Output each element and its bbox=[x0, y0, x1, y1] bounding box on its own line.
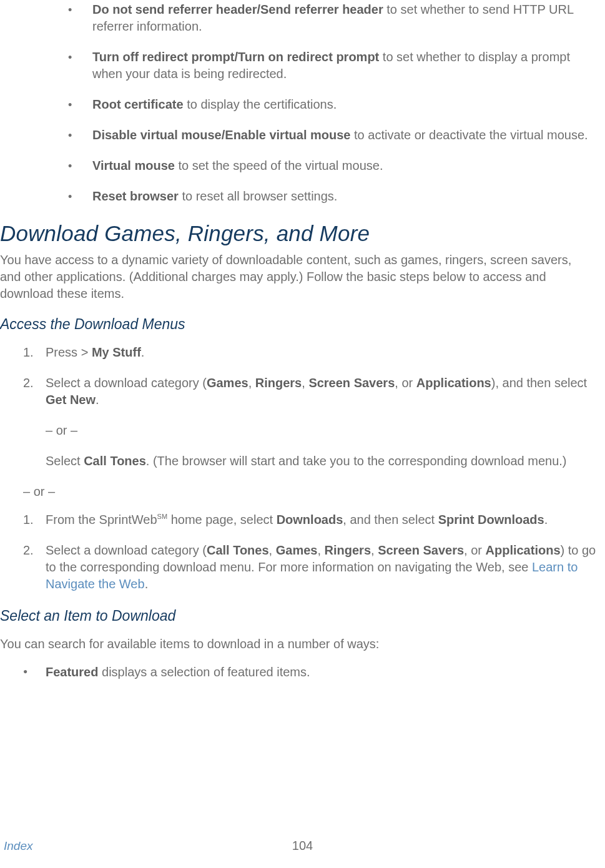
step-text: , and then select bbox=[343, 513, 438, 526]
subsection-heading: Select an Item to Download bbox=[0, 606, 598, 626]
step-alternative: Select Call Tones. (The browser will sta… bbox=[46, 453, 598, 470]
or-separator: – or – bbox=[23, 483, 598, 500]
list-item: Reset browser to reset all browser setti… bbox=[68, 188, 598, 205]
step-text: . bbox=[141, 345, 145, 359]
page-footer: Index 104 bbox=[0, 837, 605, 854]
trademark-sup: SM bbox=[157, 513, 168, 521]
option-title: Virtual mouse bbox=[92, 159, 175, 172]
ui-label: Call Tones bbox=[207, 543, 269, 557]
document-page: Do not send referrer header/Send referre… bbox=[0, 0, 598, 681]
step-text: Select a download category ( bbox=[46, 543, 207, 557]
procedure-list-b: 1. From the SprintWebSM home page, selec… bbox=[23, 511, 598, 593]
or-separator: – or – bbox=[46, 422, 598, 439]
list-number: 2. bbox=[23, 375, 34, 392]
procedure-list-a: 1. Press > My Stuff. 2. Select a downloa… bbox=[23, 344, 598, 470]
ui-label: Applications bbox=[486, 543, 561, 557]
ui-label: Screen Savers bbox=[308, 376, 395, 390]
option-title: Root certificate bbox=[92, 97, 184, 111]
intro-paragraph: You have access to a dynamic variety of … bbox=[0, 252, 598, 302]
option-title: Reset browser bbox=[92, 189, 179, 203]
list-item: 2. Select a download category (Call Tone… bbox=[23, 542, 598, 593]
step-text: , or bbox=[464, 543, 485, 557]
step-text: home page, select bbox=[167, 513, 277, 526]
step-text: ), and then select bbox=[491, 376, 587, 390]
list-item: Do not send referrer header/Send referre… bbox=[68, 1, 598, 35]
step-text: Select a download category ( bbox=[46, 376, 207, 390]
list-number: 1. bbox=[23, 511, 34, 528]
ui-label: Ringers bbox=[255, 376, 302, 390]
step-text: . (The browser will start and take you t… bbox=[146, 454, 567, 468]
step-text: , bbox=[317, 543, 324, 557]
step-text: . bbox=[145, 577, 149, 591]
option-desc: displays a selection of featured items. bbox=[98, 665, 310, 679]
step-text: , bbox=[302, 376, 308, 390]
option-title: Turn off redirect prompt/Turn on redirec… bbox=[92, 50, 379, 64]
page-number: 104 bbox=[292, 837, 313, 854]
step-text: Press > bbox=[46, 345, 92, 359]
browser-options-list: Do not send referrer header/Send referre… bbox=[68, 1, 598, 205]
ui-label: Sprint Downloads bbox=[438, 513, 544, 526]
list-item: 2. Select a download category (Games, Ri… bbox=[23, 375, 598, 470]
ui-label: Applications bbox=[416, 376, 491, 390]
list-item: Root certificate to display the certific… bbox=[68, 96, 598, 113]
step-text: . bbox=[544, 513, 548, 526]
option-title: Featured bbox=[46, 665, 98, 679]
list-item: Featured displays a selection of feature… bbox=[23, 664, 598, 681]
list-item: Turn off redirect prompt/Turn on redirec… bbox=[68, 49, 598, 82]
list-item: Virtual mouse to set the speed of the vi… bbox=[68, 157, 598, 174]
body-paragraph: You can search for available items to do… bbox=[0, 636, 598, 653]
list-item: 1. From the SprintWebSM home page, selec… bbox=[23, 511, 598, 528]
list-item: 1. Press > My Stuff. bbox=[23, 344, 598, 361]
option-desc: to reset all browser settings. bbox=[179, 189, 338, 203]
download-methods-list: Featured displays a selection of feature… bbox=[23, 664, 598, 681]
list-number: 2. bbox=[23, 542, 34, 559]
ui-label: Get New bbox=[46, 393, 96, 407]
step-text: , bbox=[269, 543, 276, 557]
ui-label: Games bbox=[207, 376, 248, 390]
ui-label: Ringers bbox=[325, 543, 371, 557]
footer-index-link[interactable]: Index bbox=[4, 839, 32, 852]
ui-label: Screen Savers bbox=[378, 543, 464, 557]
step-text: , bbox=[371, 543, 378, 557]
step-text: . bbox=[96, 393, 99, 407]
ui-label: Call Tones bbox=[84, 454, 146, 468]
option-desc: to activate or deactivate the virtual mo… bbox=[350, 128, 588, 142]
step-text: Select bbox=[46, 454, 84, 468]
step-text: , or bbox=[395, 376, 416, 390]
ui-label: Games bbox=[276, 543, 318, 557]
option-desc: to display the certifications. bbox=[184, 97, 337, 111]
list-number: 1. bbox=[23, 344, 34, 361]
ui-label: My Stuff bbox=[92, 345, 141, 359]
subsection-heading: Access the Download Menus bbox=[0, 315, 598, 334]
ui-label: Downloads bbox=[277, 513, 343, 526]
step-text: From the SprintWeb bbox=[46, 513, 157, 526]
section-heading: Download Games, Ringers, and More bbox=[0, 219, 598, 248]
list-item: Disable virtual mouse/Enable virtual mou… bbox=[68, 127, 598, 144]
option-desc: to set the speed of the virtual mouse. bbox=[175, 159, 383, 172]
option-title: Disable virtual mouse/Enable virtual mou… bbox=[92, 128, 350, 142]
step-text: , bbox=[248, 376, 255, 390]
option-title: Do not send referrer header/Send referre… bbox=[92, 2, 383, 16]
